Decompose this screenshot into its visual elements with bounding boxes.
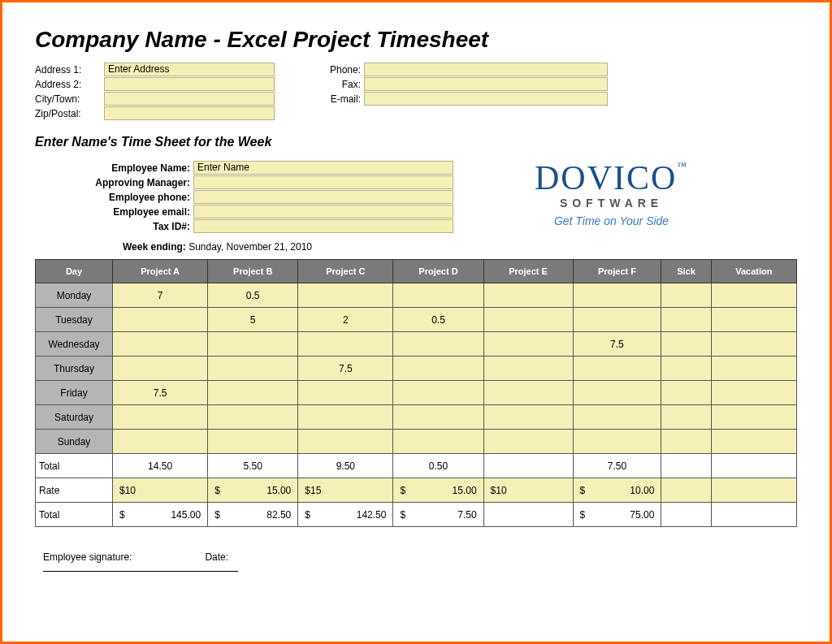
rate-cell[interactable]: $15.00 [393, 478, 483, 503]
hours-cell[interactable] [573, 283, 661, 308]
hours-cell[interactable] [711, 381, 796, 405]
field-emp-email[interactable] [193, 205, 453, 218]
hours-cell[interactable]: 0.5 [393, 308, 483, 332]
hours-cell[interactable] [711, 405, 796, 430]
hours-cell[interactable] [483, 332, 573, 357]
col-header: Project C [298, 260, 393, 283]
hours-cell[interactable]: 7.5 [113, 381, 208, 405]
table-row: Sunday [36, 430, 797, 454]
rate-cell[interactable]: $15 [298, 478, 393, 503]
hours-cell[interactable] [661, 357, 711, 381]
label-emp-name: Employee Name: [35, 162, 193, 174]
rate-cell[interactable]: $15.00 [208, 478, 298, 503]
hours-cell[interactable] [208, 332, 298, 357]
rate-cell[interactable]: $10.00 [573, 478, 661, 503]
hours-cell[interactable] [298, 332, 393, 357]
field-email[interactable] [364, 92, 608, 106]
hours-cell[interactable] [661, 405, 711, 430]
hours-cell[interactable]: 0.5 [208, 283, 298, 308]
field-emp-name[interactable]: Enter Name [193, 161, 453, 175]
brand-subtitle: SOFTWARE [535, 197, 688, 210]
summary-label: Total [36, 454, 113, 478]
hours-cell[interactable] [661, 381, 711, 405]
hours-cell[interactable] [483, 430, 573, 454]
hours-cell[interactable] [208, 357, 298, 381]
hours-cell[interactable]: 7.5 [573, 332, 661, 357]
hours-cell[interactable] [573, 308, 661, 332]
hours-cell[interactable] [298, 405, 393, 430]
hours-cell[interactable] [661, 308, 711, 332]
summary-label: Total [36, 503, 113, 527]
summary-cell [483, 454, 573, 478]
hours-cell[interactable] [483, 283, 573, 308]
summary-cell: $145.00 [113, 503, 208, 527]
hours-cell[interactable] [483, 357, 573, 381]
field-fax[interactable] [364, 77, 608, 91]
label-emp-manager: Approving Manager: [35, 177, 193, 188]
hours-cell[interactable] [661, 283, 711, 308]
col-header: Project F [573, 260, 661, 283]
hours-cell[interactable] [298, 283, 393, 308]
hours-cell[interactable] [711, 332, 796, 357]
table-row: Wednesday7.5 [36, 332, 797, 357]
col-header: Project E [483, 260, 573, 283]
field-zip[interactable] [104, 106, 275, 120]
summary-cell [661, 503, 711, 527]
hours-cell[interactable] [711, 430, 796, 454]
hours-cell[interactable] [298, 381, 393, 405]
hours-cell[interactable] [661, 332, 711, 357]
summary-cell: 7.50 [573, 454, 661, 478]
field-city[interactable] [104, 92, 275, 106]
col-header: Day [36, 260, 113, 283]
hours-cell[interactable] [573, 381, 661, 405]
summary-cell: $7.50 [393, 503, 483, 527]
hours-cell[interactable]: 5 [208, 308, 298, 332]
company-info-block: Address 1: Enter Address Address 2: City… [35, 63, 797, 120]
hours-cell[interactable] [573, 405, 661, 430]
label-address2: Address 2: [35, 79, 104, 90]
field-address2[interactable] [104, 77, 275, 91]
hours-cell[interactable] [573, 430, 661, 454]
hours-cell[interactable] [711, 283, 796, 308]
rate-cell[interactable]: $10 [483, 478, 573, 503]
hours-cell[interactable] [208, 381, 298, 405]
hours-cell[interactable] [483, 381, 573, 405]
field-emp-phone[interactable] [193, 190, 453, 204]
hours-cell[interactable] [393, 430, 483, 454]
hours-cell[interactable]: 7.5 [298, 357, 393, 381]
hours-cell[interactable] [393, 405, 483, 430]
hours-cell[interactable] [393, 381, 483, 405]
hours-cell[interactable] [393, 357, 483, 381]
hours-cell[interactable]: 7 [113, 283, 208, 308]
hours-cell[interactable] [393, 283, 483, 308]
label-phone: Phone: [323, 64, 364, 76]
hours-cell[interactable] [113, 332, 208, 357]
hours-cell[interactable]: 2 [298, 308, 393, 332]
hours-cell[interactable] [573, 357, 661, 381]
field-phone[interactable] [364, 63, 608, 76]
brand-block: DOVICO™ SOFTWARE Get Time on Your Side [535, 161, 688, 227]
hours-cell[interactable] [113, 405, 208, 430]
field-emp-tax[interactable] [193, 219, 453, 233]
hours-cell[interactable] [208, 405, 298, 430]
hours-cell[interactable] [661, 430, 711, 454]
field-emp-manager[interactable] [193, 175, 453, 189]
hours-cell[interactable] [298, 430, 393, 454]
hours-cell[interactable] [711, 357, 796, 381]
hours-cell[interactable] [113, 357, 208, 381]
subtitle: Enter Name's Time Sheet for the Week [35, 135, 797, 149]
page-title: Company Name - Excel Project Timesheet [35, 27, 797, 53]
label-emp-email: Employee email: [35, 206, 193, 218]
field-address1[interactable]: Enter Address [104, 63, 275, 76]
rate-cell[interactable] [711, 478, 796, 503]
hours-cell[interactable] [113, 308, 208, 332]
hours-cell[interactable] [393, 332, 483, 357]
hours-cell[interactable] [711, 308, 796, 332]
hours-cell[interactable] [483, 405, 573, 430]
rate-cell[interactable]: $10 [113, 478, 208, 503]
summary-cell [661, 454, 711, 478]
hours-cell[interactable] [483, 308, 573, 332]
hours-cell[interactable] [208, 430, 298, 454]
hours-cell[interactable] [113, 430, 208, 454]
rate-cell[interactable] [661, 478, 711, 503]
